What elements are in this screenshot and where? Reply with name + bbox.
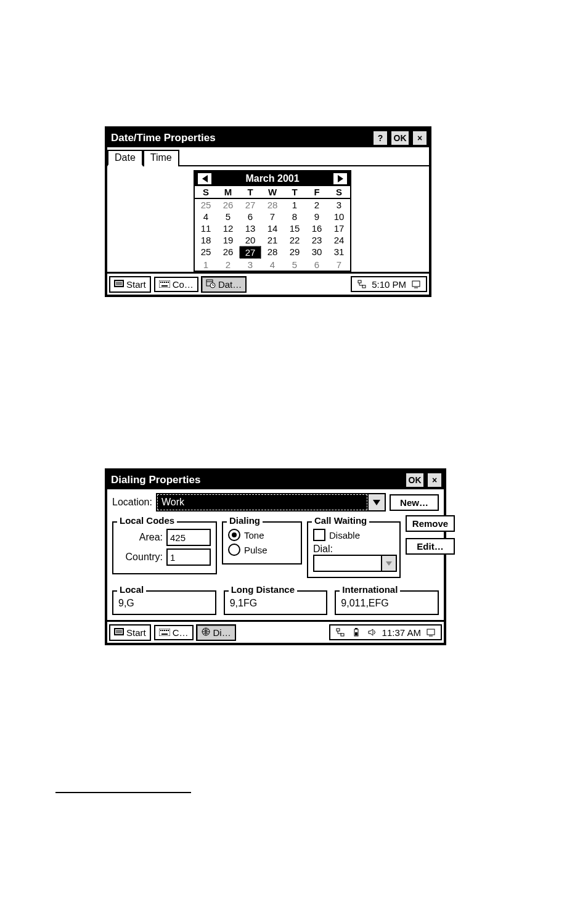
dialing-titlebar: Dialing Properties OK × [107,471,444,489]
calendar-day[interactable]: 31 [328,246,350,259]
svg-rect-16 [162,630,163,631]
task-button-datetime[interactable]: Dat… [201,276,247,293]
calendar-day[interactable]: 9 [306,211,328,222]
tone-radio[interactable]: Tone [228,529,296,541]
area-label: Area: [118,532,163,543]
separator [55,792,191,793]
calendar-day[interactable]: 2 [306,199,328,211]
pulse-radio[interactable]: Pulse [228,544,296,556]
svg-rect-19 [168,630,169,631]
close-button[interactable]: × [427,472,443,488]
calendar-day[interactable]: 14 [261,222,284,234]
ok-button[interactable]: OK [390,130,410,146]
calendar-day[interactable]: 21 [261,234,284,246]
start-label: Start [126,279,146,290]
tab-time[interactable]: Time [143,150,179,166]
calendar-day[interactable]: 2 [217,259,239,271]
svg-rect-27 [427,629,435,635]
dow-header: F [306,186,328,199]
calendar-day[interactable]: 29 [284,246,306,259]
calendar-day[interactable]: 6 [306,259,328,271]
chevron-down-icon [373,500,380,505]
svg-rect-12 [412,281,420,287]
calendar-day[interactable]: 13 [239,222,261,234]
calendar-day[interactable]: 1 [284,199,306,211]
calendar-day[interactable]: 17 [328,222,350,234]
network-icon[interactable] [334,627,346,638]
calendar-day[interactable]: 4 [195,211,217,222]
calendar-day[interactable]: 12 [217,222,239,234]
svg-rect-17 [164,630,165,631]
calendar-day[interactable]: 26 [217,246,239,259]
calendar-day[interactable]: 24 [328,234,350,246]
area-input[interactable]: 425 [166,529,211,546]
calendar-day[interactable]: 16 [306,222,328,234]
calendar-day[interactable]: 7 [328,259,350,271]
calendar-day[interactable]: 15 [284,222,306,234]
calendar-day[interactable]: 18 [195,234,217,246]
help-button[interactable]: ? [372,130,388,146]
battery-icon[interactable] [350,627,362,638]
svg-rect-6 [168,282,169,283]
sound-icon[interactable] [366,627,378,638]
dialing-properties-window: Dialing Properties OK × Location: Work N… [105,468,446,645]
tray-clock[interactable]: 11:37 AM [382,627,421,638]
start-button[interactable]: Start [109,624,151,641]
disable-check[interactable]: Disable [313,529,394,541]
task-button-dialing[interactable]: Di… [196,624,236,641]
calendar-day[interactable]: 5 [284,259,306,271]
keyboard-icon [159,279,170,290]
calendar-day[interactable]: 7 [261,211,284,222]
calendar-day[interactable]: 25 [195,246,217,259]
calendar-day[interactable]: 19 [217,234,239,246]
new-button[interactable]: New… [390,494,439,511]
calendar-day[interactable]: 23 [306,234,328,246]
start-button[interactable]: Start [109,276,151,293]
calendar-day[interactable]: 22 [284,234,306,246]
svg-rect-3 [162,282,163,283]
task-button-control-panel[interactable]: C… [154,625,194,640]
calendar-day[interactable]: 27 [239,199,261,211]
local-group: Local 9,G [112,590,216,615]
close-button[interactable]: × [412,130,428,146]
dial-select[interactable] [313,555,397,572]
calendar-day[interactable]: 28 [261,246,284,259]
calendar-day[interactable]: 25 [195,199,217,211]
calendar-day[interactable]: 4 [261,259,284,271]
calendar-day[interactable]: 6 [239,211,261,222]
svg-rect-11 [362,285,365,288]
calendar-day[interactable]: 30 [306,246,328,259]
datetime-properties-window: Date/Time Properties ? OK × Date Time Ma… [105,126,431,297]
calendar-day[interactable]: 10 [328,211,350,222]
prev-month-button[interactable] [197,173,212,185]
calendar-day[interactable]: 5 [217,211,239,222]
remove-button[interactable]: Remove [406,515,455,532]
edit-button[interactable]: Edit… [406,538,455,555]
dropdown-arrow-button[interactable] [381,556,396,571]
ok-button[interactable]: OK [405,472,425,488]
desktop-icon[interactable] [425,627,437,638]
calendar-day[interactable]: 3 [239,259,261,271]
location-label: Location: [112,497,152,508]
network-icon[interactable] [356,279,368,290]
tray-clock[interactable]: 5:10 PM [372,279,406,290]
desktop-icon[interactable] [410,279,422,290]
calendar-day-selected[interactable]: 27 [239,246,261,259]
calendar-day[interactable]: 8 [284,211,306,222]
svg-rect-25 [355,628,357,629]
tab-date[interactable]: Date [107,150,143,166]
dropdown-arrow-button[interactable] [367,494,385,510]
task-button-control-panel[interactable]: Co… [154,277,198,292]
long-distance-pattern: 9,1FG [230,595,322,609]
svg-rect-22 [337,629,340,631]
calendar-day[interactable]: 11 [195,222,217,234]
calendar-day[interactable]: 3 [328,199,350,211]
next-month-button[interactable] [333,173,348,185]
calendar-clock-icon [206,279,216,290]
location-combobox[interactable]: Work [156,493,386,512]
calendar-day[interactable]: 1 [195,259,217,271]
calendar-day[interactable]: 20 [239,234,261,246]
calendar-day[interactable]: 26 [217,199,239,211]
calendar-day[interactable]: 28 [261,199,284,211]
country-input[interactable]: 1 [166,548,211,566]
